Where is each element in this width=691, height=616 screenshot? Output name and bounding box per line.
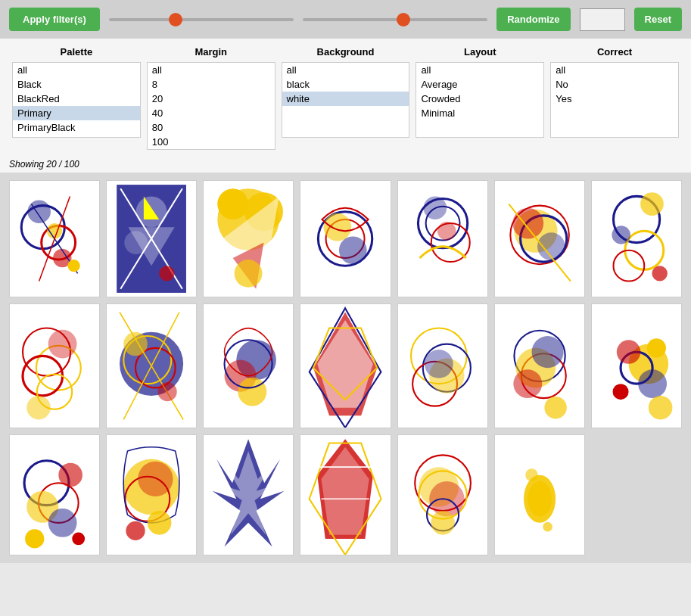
palette-item-all[interactable]: all xyxy=(13,63,140,77)
toolbar: Apply filter(s) Randomize Reset xyxy=(0,0,691,39)
randomize-button[interactable]: Randomize xyxy=(496,8,570,31)
correct-item-no[interactable]: No xyxy=(551,77,678,92)
gallery-grid xyxy=(9,180,682,555)
svg-point-86 xyxy=(58,463,82,487)
svg-point-3 xyxy=(27,201,51,224)
background-list: all black white xyxy=(282,62,410,138)
palette-item-primaryblack[interactable]: PrimaryBlack xyxy=(13,120,140,135)
svg-point-57 xyxy=(238,378,267,406)
layout-item-crowded[interactable]: Crowded xyxy=(416,92,543,106)
palette-item-primary[interactable]: Primary xyxy=(13,106,140,120)
svg-point-93 xyxy=(148,511,172,535)
layout-filter: Layout all Average Crowded Minimal xyxy=(412,45,547,150)
correct-header: Correct xyxy=(550,45,679,59)
svg-point-26 xyxy=(423,196,447,219)
svg-point-88 xyxy=(72,533,85,546)
svg-point-52 xyxy=(123,332,148,356)
svg-point-39 xyxy=(612,226,630,244)
slider2[interactable] xyxy=(303,18,487,21)
margin-item-40[interactable]: 40 xyxy=(148,106,275,120)
gallery-item-15[interactable] xyxy=(9,434,100,555)
gallery-item-2[interactable] xyxy=(106,180,197,297)
svg-point-21 xyxy=(339,236,367,264)
gallery-item-12[interactable] xyxy=(397,303,488,428)
background-item-all[interactable]: all xyxy=(282,63,409,77)
gallery-item-17[interactable] xyxy=(203,434,294,555)
apply-filters-button[interactable]: Apply filter(s) xyxy=(9,8,100,31)
correct-filter: Correct all No Yes xyxy=(547,45,682,150)
svg-point-47 xyxy=(26,396,51,420)
svg-point-87 xyxy=(25,529,44,548)
showing-label: Showing 20 / 100 xyxy=(0,156,691,173)
gallery-item-6[interactable] xyxy=(494,180,585,297)
svg-point-85 xyxy=(48,509,77,537)
svg-point-76 xyxy=(638,369,667,398)
gallery-item-5[interactable] xyxy=(397,180,488,297)
svg-point-92 xyxy=(138,462,173,496)
layout-header: Layout xyxy=(416,45,544,59)
gallery-item-9[interactable] xyxy=(106,303,197,428)
gallery-item-4[interactable] xyxy=(300,180,391,297)
svg-point-32 xyxy=(512,208,543,239)
svg-point-46 xyxy=(48,330,77,359)
palette-item-blackred[interactable]: BlackRed xyxy=(13,92,140,106)
gallery-item-8[interactable] xyxy=(9,303,100,428)
gallery-item-10[interactable] xyxy=(203,303,294,428)
svg-point-70 xyxy=(531,336,563,368)
svg-point-6 xyxy=(67,260,79,272)
svg-point-108 xyxy=(543,522,552,532)
svg-point-77 xyxy=(617,340,641,364)
correct-item-all[interactable]: all xyxy=(551,63,678,77)
svg-point-40 xyxy=(652,266,667,281)
margin-list: all 8 20 40 80 100 xyxy=(147,62,275,150)
correct-list: all No Yes xyxy=(550,62,679,138)
svg-point-94 xyxy=(126,521,145,540)
palette-list: all Black BlackRed Primary PrimaryBlack xyxy=(12,62,141,138)
margin-item-all[interactable]: all xyxy=(148,63,275,77)
svg-point-14 xyxy=(218,188,249,219)
layout-list: all Average Crowded Minimal xyxy=(416,62,544,138)
gallery-item-16[interactable] xyxy=(106,434,197,555)
slider1[interactable] xyxy=(109,18,294,21)
svg-point-53 xyxy=(158,382,177,401)
palette-filter: Palette all Black BlackRed Primary Prima… xyxy=(9,45,144,150)
svg-point-79 xyxy=(612,384,628,400)
margin-item-8[interactable]: 8 xyxy=(148,77,275,92)
layout-item-all[interactable]: all xyxy=(416,63,543,77)
svg-point-38 xyxy=(640,192,664,216)
correct-item-yes[interactable]: Yes xyxy=(551,92,678,106)
gallery-item-14[interactable] xyxy=(591,303,682,428)
margin-filter: Margin all 8 20 40 80 100 xyxy=(144,45,279,150)
background-item-white[interactable]: white xyxy=(282,92,409,106)
margin-item-100[interactable]: 100 xyxy=(148,135,275,149)
layout-item-average[interactable]: Average xyxy=(416,77,543,92)
background-header: Background xyxy=(282,45,410,59)
gallery-item-19[interactable] xyxy=(397,434,488,555)
background-item-black[interactable]: black xyxy=(282,77,409,92)
palette-item-black[interactable]: Black xyxy=(13,77,140,92)
svg-point-103 xyxy=(431,511,455,535)
layout-item-minimal[interactable]: Minimal xyxy=(416,106,543,120)
svg-point-27 xyxy=(437,222,455,240)
margin-item-80[interactable]: 80 xyxy=(148,120,275,135)
gallery-item-13[interactable] xyxy=(494,303,585,428)
svg-point-71 xyxy=(513,369,542,398)
palette-header: Palette xyxy=(12,45,141,59)
svg-point-72 xyxy=(544,397,566,418)
svg-point-11 xyxy=(159,266,174,281)
filter-headers: Palette all Black BlackRed Primary Prima… xyxy=(9,45,682,150)
svg-point-107 xyxy=(525,468,538,481)
gallery-item-7[interactable] xyxy=(591,180,682,297)
gallery-item-11[interactable] xyxy=(300,303,391,428)
margin-item-20[interactable]: 20 xyxy=(148,92,275,106)
svg-point-78 xyxy=(647,338,666,357)
margin-header: Margin xyxy=(147,45,275,59)
gallery-item-18[interactable] xyxy=(300,434,391,555)
reset-button[interactable]: Reset xyxy=(634,8,682,31)
gallery-item-1[interactable] xyxy=(9,180,100,297)
gallery-item-20[interactable] xyxy=(494,434,585,555)
filter-section: Palette all Black BlackRed Primary Prima… xyxy=(0,39,691,156)
gallery xyxy=(0,173,691,563)
gallery-item-3[interactable] xyxy=(203,180,294,297)
svg-point-65 xyxy=(424,350,453,378)
